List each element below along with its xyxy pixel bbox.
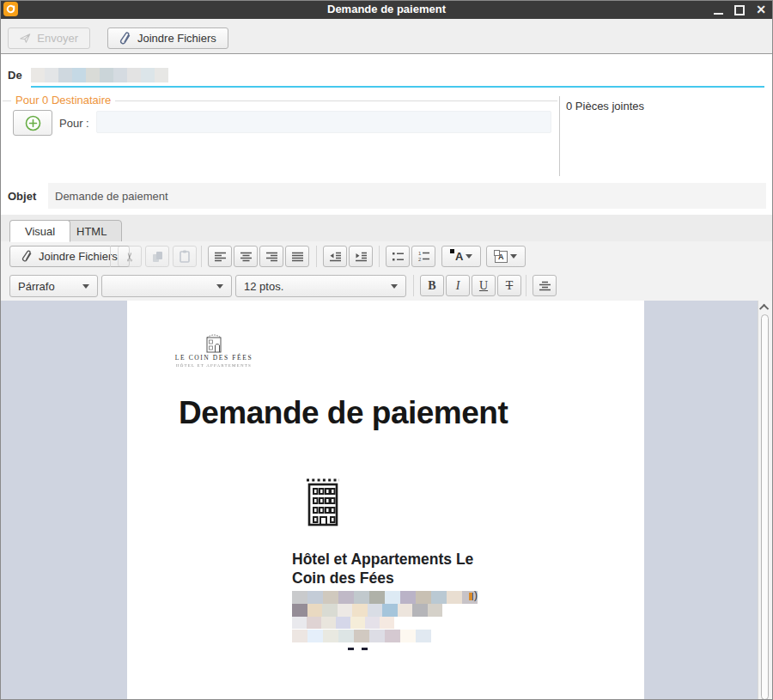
font-color-icon: A: [450, 250, 463, 263]
background-color-dropdown[interactable]: A: [486, 246, 526, 267]
to-input[interactable]: [96, 111, 551, 133]
paragraph-select[interactable]: Párrafo: [9, 275, 98, 297]
building-icon: [304, 478, 342, 527]
editor-attach-files-button[interactable]: Joindre Fichiers: [9, 246, 130, 267]
window-titlebar: Demande de paiement ✕: [0, 0, 773, 19]
attachments-count: 0 Pièces jointes: [566, 100, 644, 113]
paste-button[interactable]: [173, 246, 197, 267]
from-field-underline: [31, 86, 764, 88]
compose-header: De Pour 0 Destinataire Pour : 0 Pièces j…: [1, 54, 772, 215]
close-button[interactable]: ✕: [756, 3, 766, 15]
align-justify-icon: [291, 252, 304, 262]
indent-icon: [355, 252, 368, 262]
svg-text:1: 1: [418, 251, 422, 256]
editor-toolbar: Joindre Fichiers ✂: [1, 241, 772, 301]
outdent-icon: [329, 252, 342, 262]
underline-icon: U: [479, 279, 488, 293]
subject-input[interactable]: [48, 183, 766, 209]
document-heading: Demande de paiement: [179, 395, 508, 431]
subject-label: Objet: [8, 190, 36, 203]
scrollbar-track[interactable]: [758, 301, 772, 700]
send-button[interactable]: Envoyer: [8, 27, 90, 49]
paper-plane-icon: [20, 32, 31, 45]
add-recipient-button[interactable]: [13, 110, 52, 136]
attachments-divider: [559, 96, 560, 176]
numbered-list-button[interactable]: 1 2: [411, 246, 435, 267]
bold-button[interactable]: B: [420, 275, 444, 296]
chevron-down-icon: [391, 284, 398, 289]
hotel-name-line1: Hôtel et Appartements Le: [292, 550, 498, 569]
tab-visual-label: Visual: [25, 225, 55, 238]
align-justify-button[interactable]: [285, 246, 309, 267]
logo-subtitle: HÔTEL ET APPARTEMENTS: [174, 363, 253, 368]
outdent-button[interactable]: [323, 246, 347, 267]
logo-building-icon: [198, 330, 229, 354]
scissors-icon: ✂: [123, 252, 137, 262]
chevron-down-icon: [82, 284, 89, 289]
from-label: De: [8, 69, 22, 82]
hotel-name: Hôtel et Appartements Le Coin des Fées: [292, 550, 498, 587]
font-family-select[interactable]: [101, 275, 232, 297]
font-color-dropdown[interactable]: A: [441, 246, 481, 267]
maximize-button[interactable]: [734, 5, 745, 15]
window-title: Demande de paiement: [0, 3, 773, 15]
chevron-down-icon: [216, 284, 223, 289]
indent-button[interactable]: [349, 246, 373, 267]
bold-icon: B: [428, 279, 435, 293]
align-right-icon: [265, 252, 278, 262]
attach-files-button[interactable]: Joindre Fichiers: [107, 27, 228, 49]
document-page[interactable]: LE COIN DES FÉES HÔTEL ET APPARTEMENTS D…: [127, 301, 644, 700]
underline-button[interactable]: U: [472, 275, 496, 296]
italic-icon: I: [456, 279, 460, 293]
minimize-button[interactable]: [714, 5, 723, 15]
chevron-up-icon: [759, 303, 769, 313]
redacted-text-remnant: [348, 648, 354, 650]
tab-visual[interactable]: Visual: [9, 220, 70, 242]
align-right-button[interactable]: [259, 246, 283, 267]
attach-files-button-label: Joindre Fichiers: [137, 32, 216, 45]
send-button-label: Envoyer: [37, 32, 78, 45]
bullet-list-icon: [392, 252, 405, 262]
to-label: Pour :: [59, 117, 89, 130]
align-center-icon: [240, 252, 253, 262]
background-color-icon: A: [495, 251, 508, 263]
horizontal-rule-icon: [539, 281, 551, 291]
editor-tabbar: Visual HTML: [1, 215, 772, 242]
bullet-list-button[interactable]: [386, 246, 410, 267]
align-left-button[interactable]: [208, 246, 232, 267]
align-left-icon: [214, 252, 227, 262]
chevron-down-icon: [510, 254, 517, 259]
from-value-redacted: [31, 68, 168, 82]
hotel-name-line2: Coin des Fées: [292, 569, 498, 587]
font-size-select-value: 12 ptos.: [244, 280, 283, 293]
numbered-list-icon: 1 2: [417, 251, 430, 262]
cut-button[interactable]: ✂: [118, 246, 142, 267]
logo-title: LE COIN DES FÉES: [174, 354, 253, 362]
redacted-address-line: [292, 604, 442, 617]
redacted-address-line: [292, 617, 394, 629]
plus-circle-icon: [25, 115, 41, 131]
horizontal-rule-button[interactable]: [533, 275, 557, 296]
font-size-select[interactable]: 12 ptos.: [235, 275, 406, 297]
editor-attach-label: Joindre Fichiers: [39, 250, 118, 263]
recipients-group: Pour 0 Destinataire Pour :: [3, 100, 557, 180]
scroll-up-button[interactable]: [758, 301, 772, 313]
redacted-phone-fragment: [469, 593, 473, 600]
redacted-address-line: [292, 591, 478, 604]
align-center-button[interactable]: [234, 246, 258, 267]
hotel-logo: LE COIN DES FÉES HÔTEL ET APPARTEMENTS: [174, 330, 253, 368]
copy-icon: [152, 251, 163, 263]
italic-button[interactable]: I: [446, 275, 470, 296]
strikethrough-icon: T: [506, 279, 514, 293]
editor-canvas[interactable]: LE COIN DES FÉES HÔTEL ET APPARTEMENTS D…: [1, 301, 772, 700]
scrollbar-thumb[interactable]: [761, 314, 769, 700]
strikethrough-button[interactable]: T: [497, 275, 521, 296]
redacted-text-remnant: [362, 648, 368, 650]
paperclip-icon: [119, 32, 131, 46]
paragraph-select-value: Párrafo: [18, 280, 55, 293]
chevron-down-icon: [466, 254, 472, 259]
paperclip-icon: [21, 250, 33, 263]
trailing-paren: ): [474, 589, 478, 601]
copy-button[interactable]: [145, 246, 169, 267]
top-toolbar: Envoyer Joindre Fichiers: [1, 19, 772, 54]
